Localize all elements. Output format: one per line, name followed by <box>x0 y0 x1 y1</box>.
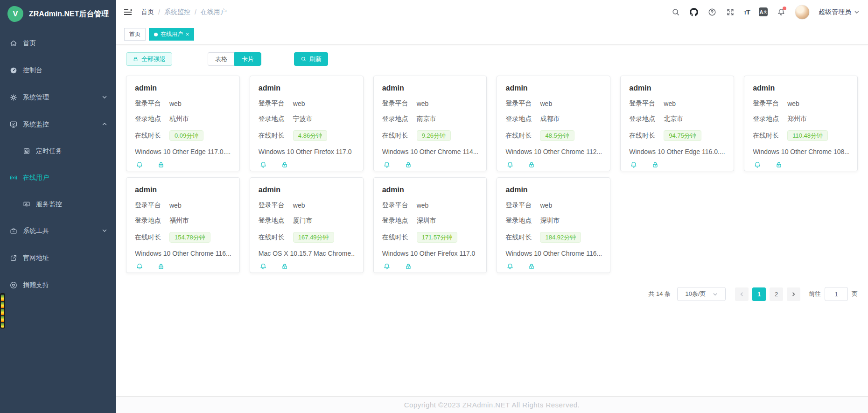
card-view-button[interactable]: 卡片 <box>234 52 261 66</box>
duration-label: 在线时长 <box>505 132 540 140</box>
notify-bell-icon[interactable] <box>136 263 144 271</box>
notify-bell-icon[interactable] <box>754 161 762 169</box>
force-logout-lock-icon[interactable] <box>157 263 165 271</box>
browser-info: Windows 10 Other Firefox 117.0 <box>382 250 478 257</box>
sidebar-item-label: 系统工具 <box>23 227 49 235</box>
user-card: admin 登录平台web 登录地点深圳市 在线时长184.92分钟 Windo… <box>497 177 610 273</box>
duration-badge: 0.09分钟 <box>169 130 203 141</box>
force-logout-lock-icon[interactable] <box>157 161 165 169</box>
user-menu[interactable]: 超级管理员 <box>819 8 860 16</box>
tab-label: 首页 <box>129 30 140 38</box>
force-logout-lock-icon[interactable] <box>281 263 289 271</box>
notify-bell-icon[interactable] <box>506 263 514 271</box>
view-toggle: 表格 卡片 <box>208 52 261 66</box>
font-size-icon[interactable]: TT <box>744 8 750 16</box>
sidebar-item-system-tools[interactable]: 系统工具 <box>0 217 116 245</box>
location-value: 宁波市 <box>293 115 313 123</box>
breadcrumb-system-monitor[interactable]: 系统监控 <box>164 8 190 16</box>
force-logout-lock-icon[interactable] <box>281 161 289 169</box>
sidebar-item-online-users[interactable]: 在线用户 <box>0 164 116 191</box>
user-name: admin <box>505 186 602 194</box>
force-logout-lock-icon[interactable] <box>528 161 536 169</box>
browser-info: Mac OS X 10.15.7 Mac Chrome... <box>259 250 355 257</box>
chevron-up-icon <box>102 121 107 128</box>
platform-label: 登录平台 <box>135 201 169 210</box>
goto-page-input[interactable] <box>825 287 848 301</box>
force-logout-lock-icon[interactable] <box>528 263 536 271</box>
location-label: 登录地点 <box>382 115 417 123</box>
fullscreen-icon[interactable] <box>726 7 735 17</box>
notify-bell-icon[interactable] <box>136 161 144 169</box>
notify-bell-icon[interactable] <box>383 161 391 169</box>
duration-badge: 167.49分钟 <box>293 232 334 243</box>
help-icon[interactable] <box>707 7 717 17</box>
user-card: admin 登录平台web 登录地点福州市 在线时长154.78分钟 Windo… <box>126 177 240 273</box>
sidebar-item-console[interactable]: 控制台 <box>0 57 116 84</box>
tab-label: 在线用户 <box>161 30 183 38</box>
refresh-button[interactable]: 刷新 <box>294 52 328 66</box>
page-button-1[interactable]: 1 <box>752 287 766 301</box>
user-name: admin <box>259 186 355 194</box>
platform-value: web <box>293 202 305 209</box>
donate-icon <box>9 281 18 289</box>
force-logout-all-button[interactable]: 全部强退 <box>126 52 172 66</box>
breadcrumb-home[interactable]: 首页 <box>141 8 154 16</box>
page-size-select[interactable]: 10条/页 <box>677 287 726 301</box>
sidebar-item-official-site[interactable]: 官网地址 <box>0 245 116 272</box>
sidebar-item-scheduled-tasks[interactable]: 定时任务 <box>0 138 116 164</box>
collapse-sidebar-icon[interactable] <box>123 7 133 17</box>
tab-close-icon[interactable]: × <box>186 31 189 38</box>
tab-online-users[interactable]: 在线用户 × <box>149 28 194 41</box>
force-logout-lock-icon[interactable] <box>405 263 413 271</box>
notify-bell-icon[interactable] <box>506 161 514 169</box>
notify-bell-icon[interactable] <box>259 263 267 271</box>
location-label: 登录地点 <box>505 217 540 225</box>
github-icon[interactable] <box>689 7 699 17</box>
user-card: admin 登录平台web 登录地点南京市 在线时长9.26分钟 Windows… <box>373 76 487 171</box>
sidebar-item-system-mgmt[interactable]: 系统管理 <box>0 84 116 111</box>
sidebar-item-label: 官网地址 <box>23 254 49 262</box>
force-logout-lock-icon[interactable] <box>775 161 783 169</box>
user-card: admin 登录平台web 登录地点宁波市 在线时长4.86分钟 Windows… <box>250 76 364 171</box>
avatar[interactable] <box>795 5 810 20</box>
browser-info: Windows 10 Other Firefox 117.0 <box>259 148 355 155</box>
floating-widget[interactable] <box>0 293 5 329</box>
notify-bell-icon[interactable] <box>630 161 638 169</box>
sidebar-item-home[interactable]: 首页 <box>0 30 116 57</box>
breadcrumb-separator: / <box>158 8 160 16</box>
prev-page-button[interactable] <box>735 287 749 301</box>
refresh-label: 刷新 <box>309 55 322 63</box>
next-page-button[interactable] <box>787 287 800 301</box>
notify-bell-icon[interactable] <box>383 263 391 271</box>
monitor-icon <box>9 120 18 129</box>
force-logout-lock-icon[interactable] <box>405 161 413 169</box>
tab-home[interactable]: 首页 <box>124 28 146 41</box>
table-view-button[interactable]: 表格 <box>208 52 234 66</box>
location-label: 登录地点 <box>505 115 540 123</box>
platform-value: web <box>417 100 429 107</box>
language-icon[interactable]: A文 <box>759 7 768 16</box>
search-icon[interactable] <box>671 7 680 17</box>
duration-label: 在线时长 <box>135 132 169 140</box>
search-icon <box>301 56 307 62</box>
sidebar-item-donate[interactable]: 捐赠支持 <box>0 272 116 299</box>
browser-info: Windows 10 Other Chrome 114.... <box>382 148 478 155</box>
sidebar-item-label: 系统监控 <box>23 120 49 129</box>
platform-value: web <box>417 202 429 209</box>
app-logo[interactable]: V ZRAdmin.NET后台管理 <box>0 0 116 28</box>
platform-label: 登录平台 <box>505 99 540 108</box>
notify-bell-icon[interactable] <box>259 161 267 169</box>
bell-icon[interactable] <box>777 7 786 17</box>
notification-dot <box>783 7 786 10</box>
user-card: admin 登录平台web 登录地点成都市 在线时长48.5分钟 Windows… <box>497 76 610 171</box>
sidebar-item-system-monitor[interactable]: 系统监控 <box>0 111 116 138</box>
user-name: admin <box>629 84 725 92</box>
page-button-2[interactable]: 2 <box>770 287 783 301</box>
browser-info: Windows 10 Other Edge 117.0.... <box>135 148 231 155</box>
duration-label: 在线时长 <box>382 233 417 242</box>
location-label: 登录地点 <box>135 217 169 225</box>
main-area: 首页 / 系统监控 / 在线用户 TT A文 超级管理员 首 <box>116 0 868 413</box>
sidebar-item-service-monitor[interactable]: 服务监控 <box>0 191 116 217</box>
force-logout-lock-icon[interactable] <box>651 161 659 169</box>
platform-value: web <box>169 100 182 107</box>
